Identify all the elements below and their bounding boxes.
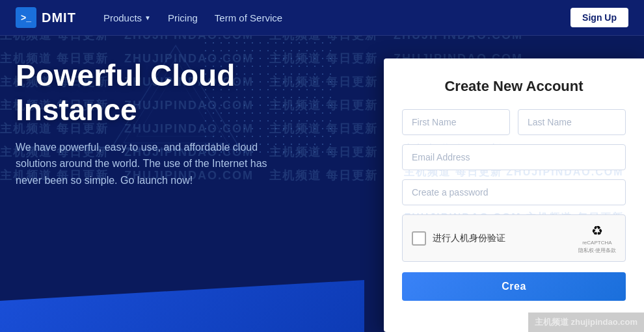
- panel-title: Create New Account: [402, 78, 626, 95]
- last-name-field[interactable]: [518, 109, 626, 135]
- logo-icon: >_: [16, 7, 36, 28]
- recaptcha-checkbox[interactable]: [412, 231, 426, 246]
- logo-text: DMIT: [42, 10, 76, 25]
- recaptcha-brand: reCAPTCHA: [582, 240, 611, 246]
- corner-watermark: 主机频道 zhujipindao.com: [528, 313, 644, 332]
- email-field[interactable]: [402, 144, 626, 170]
- create-account-button[interactable]: Crea: [402, 272, 626, 301]
- recaptcha-privacy: 隐私权·使用条款: [578, 248, 616, 254]
- nav-item-products[interactable]: Products ▼: [97, 8, 157, 27]
- recaptcha-logo: ♻ reCAPTCHA 隐私权·使用条款: [578, 223, 616, 253]
- name-row: [402, 109, 626, 135]
- logo[interactable]: >_ DMIT: [16, 7, 76, 28]
- chevron-down-icon: ▼: [144, 14, 151, 21]
- signup-button[interactable]: Sign Up: [570, 8, 628, 27]
- password-row: [402, 179, 626, 205]
- recaptcha-icon: ♻: [591, 223, 603, 238]
- nav-label-products: Products: [103, 12, 142, 23]
- nav-label-pricing: Pricing: [168, 12, 198, 23]
- hero-section: Powerful Cloud Instance We have powerful…: [16, 58, 360, 189]
- navbar: >_ DMIT Products ▼ Pricing Term of Servi…: [0, 0, 644, 36]
- hero-subtitle: We have powerful, easy to use, and affor…: [16, 139, 276, 189]
- nav-item-tos[interactable]: Term of Service: [208, 8, 289, 27]
- hero-title: Powerful Cloud Instance: [16, 58, 360, 127]
- first-name-field[interactable]: [402, 109, 510, 135]
- register-panel: 主机频道 每日更新 ZHUJIPINDAO.COM 主机频道 每日更新 ZHUJ…: [384, 58, 644, 332]
- nav-label-tos: Term of Service: [215, 12, 282, 23]
- recaptcha-label: 进行人机身份验证: [433, 233, 572, 244]
- password-field[interactable]: [402, 179, 626, 205]
- recaptcha-box[interactable]: 进行人机身份验证 ♻ reCAPTCHA 隐私权·使用条款: [402, 214, 626, 262]
- nav-links: Products ▼ Pricing Term of Service: [97, 8, 570, 27]
- nav-item-pricing[interactable]: Pricing: [161, 8, 204, 27]
- email-row: [402, 144, 626, 170]
